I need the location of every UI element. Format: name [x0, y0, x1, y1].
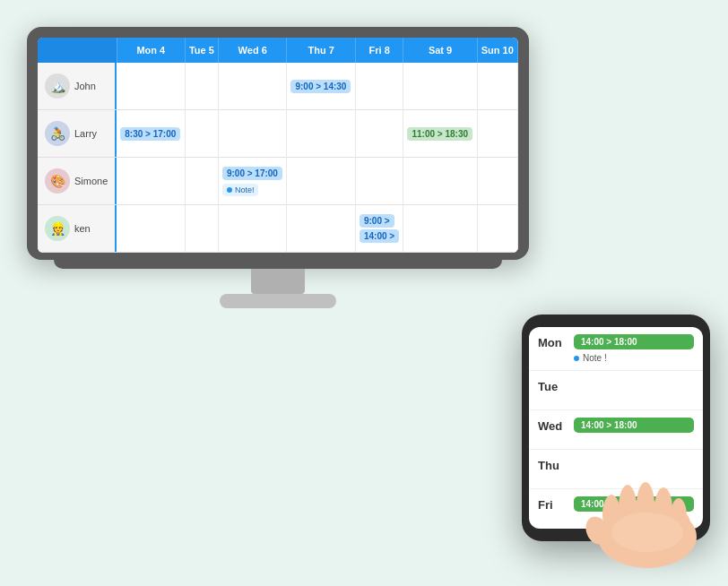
- col-header-sat9: Sat 9: [403, 38, 477, 63]
- shift-cell-john-mon: [117, 63, 185, 110]
- shift-block[interactable]: 8:30 > 17:00: [120, 127, 180, 141]
- shift-block[interactable]: 9:00 >: [360, 214, 394, 228]
- person-name: John: [74, 81, 96, 91]
- phone-note-dot-icon: [574, 356, 579, 361]
- person-name: Simone: [74, 176, 108, 186]
- shift-cell-john-fri: [355, 63, 403, 110]
- col-header-tue5: Tue 5: [185, 38, 218, 63]
- phone-note-text: Note !: [583, 353, 607, 363]
- mobile-phone: Mon 14:00 > 18:00 Note ! Tue Wed 14:0: [522, 315, 710, 541]
- shift-cell-larry-fri: [355, 110, 403, 158]
- table-row: 👷 ken 9:00 > 14:00 >: [38, 205, 518, 253]
- col-header-fri8: Fri 8: [355, 38, 403, 63]
- avatar: 👷: [45, 216, 70, 241]
- phone-row-mon: Mon 14:00 > 18:00 Note !: [529, 327, 703, 371]
- shift-block[interactable]: 9:00 > 17:00: [222, 167, 282, 180]
- shift-cell-simone-mon: [117, 158, 185, 205]
- phone-note: Note !: [574, 353, 694, 363]
- phone-shift-block[interactable]: 14:00 > 18:00: [574, 418, 694, 433]
- shift-cell-simone-tue: [185, 158, 218, 205]
- phone-row-tue: Tue: [529, 371, 703, 410]
- phone-row-wed: Wed 14:00 > 18:00: [529, 410, 703, 450]
- shift-cell-ken-fri: 9:00 > 14:00 >: [355, 205, 403, 253]
- phone-shift-block[interactable]: 14:00 > 18:00: [574, 334, 694, 349]
- phone-content-mon: 14:00 > 18:00 Note !: [574, 334, 694, 363]
- col-header-people: [38, 38, 117, 63]
- avatar: 🎨: [45, 168, 70, 194]
- phone-day-fri: Fri: [538, 496, 567, 512]
- shift-cell-john-sun: [477, 63, 517, 110]
- shift-block[interactable]: 14:00 >: [360, 229, 399, 243]
- shift-cell-larry-mon: 8:30 > 17:00: [117, 110, 185, 158]
- shift-cell-larry-sun: [477, 110, 517, 158]
- shift-cell-simone-wed: 9:00 > 17:00 Note!: [218, 158, 287, 205]
- table-row: 🚴 Larry 8:30 > 17:00: [38, 110, 518, 158]
- shift-cell-john-thu: 9:00 > 14:30: [287, 63, 356, 110]
- table-row: 🎨 Simone 9:00 > 17:00 Note!: [38, 158, 518, 205]
- avatar: 🚴: [45, 121, 70, 146]
- shift-cell-larry-wed: [218, 110, 287, 158]
- shift-cell-ken-wed: [218, 205, 287, 253]
- person-name: ken: [74, 223, 91, 234]
- monitor-stand-neck: [251, 269, 305, 294]
- shift-cell-ken-tue: [185, 205, 218, 253]
- shift-cell-simone-sat: [403, 158, 477, 205]
- avatar: 🏔️: [45, 73, 70, 99]
- shift-cell-larry-tue: [185, 110, 218, 158]
- shift-block[interactable]: 11:00 > 18:30: [407, 127, 472, 141]
- phone-content-wed: 14:00 > 18:00: [574, 418, 694, 433]
- person-name: Larry: [74, 128, 97, 139]
- note-block[interactable]: Note!: [222, 184, 259, 196]
- shift-cell-simone-sun: [477, 158, 517, 205]
- col-header-thu7: Thu 7: [287, 38, 356, 63]
- shift-cell-ken-sat: [403, 205, 477, 253]
- phone-day-mon: Mon: [538, 334, 567, 349]
- note-text: Note!: [235, 185, 255, 194]
- monitor-stand-base: [220, 294, 336, 308]
- shift-cell-ken-mon: [117, 205, 185, 253]
- col-header-wed6: Wed 6: [218, 38, 287, 63]
- note-dot-icon: [227, 187, 232, 193]
- col-header-mon4: Mon 4: [117, 38, 185, 63]
- shift-cell-ken-sun: [477, 205, 517, 253]
- shift-cell-john-sat: [403, 63, 477, 110]
- hand-illustration: [576, 461, 719, 568]
- shift-cell-larry-thu: [287, 110, 356, 158]
- monitor-chin: [54, 260, 502, 269]
- phone-day-wed: Wed: [538, 418, 567, 433]
- monitor-screen: Mon 4 Tue 5 Wed 6 Thu 7 Fri 8 Sat 9 Sun …: [38, 38, 518, 253]
- col-header-sun10: Sun 10: [477, 38, 517, 63]
- shift-cell-simone-thu: [287, 158, 356, 205]
- phone-day-thu: Thu: [538, 457, 567, 472]
- phone-day-tue: Tue: [538, 378, 567, 393]
- shift-cell-john-tue: [185, 63, 218, 110]
- svg-point-8: [611, 513, 683, 552]
- shift-cell-simone-fri: [355, 158, 403, 205]
- monitor-bezel: Mon 4 Tue 5 Wed 6 Thu 7 Fri 8 Sat 9 Sun …: [27, 27, 529, 260]
- calendar-table: Mon 4 Tue 5 Wed 6 Thu 7 Fri 8 Sat 9 Sun …: [38, 38, 518, 253]
- shift-cell-larry-sat: 11:00 > 18:30: [403, 110, 477, 158]
- shift-cell-john-wed: [218, 63, 287, 110]
- shift-block[interactable]: 9:00 > 14:30: [290, 80, 351, 93]
- desktop-monitor: Mon 4 Tue 5 Wed 6 Thu 7 Fri 8 Sat 9 Sun …: [27, 27, 529, 308]
- table-row: 🏔️ John 9:00 > 14:30: [38, 63, 518, 110]
- shift-cell-ken-thu: [287, 205, 356, 253]
